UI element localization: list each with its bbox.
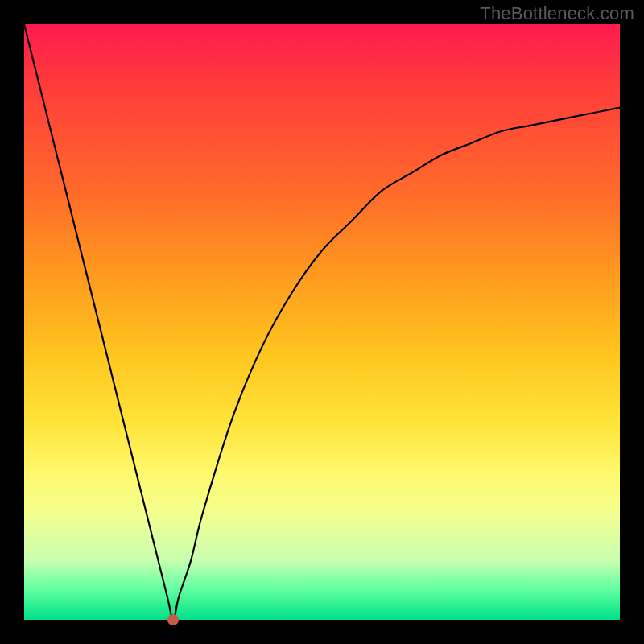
chart-frame: TheBottleneck.com — [0, 0, 644, 644]
plot-area — [24, 24, 620, 620]
watermark-text: TheBottleneck.com — [480, 3, 634, 24]
bottleneck-curve — [24, 24, 620, 620]
optimum-marker — [167, 614, 179, 625]
